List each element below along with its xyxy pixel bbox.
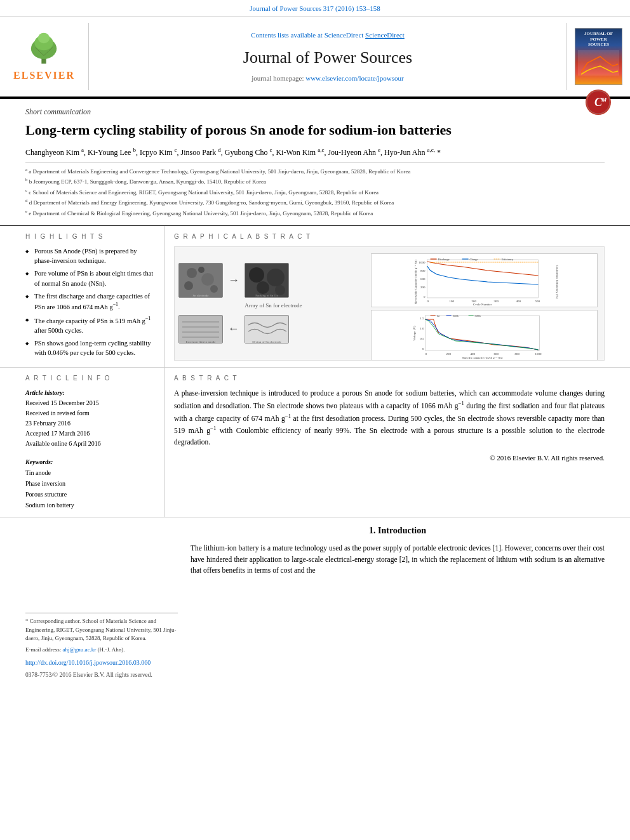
- highlight-item-2: Pore volume of PSn is about eight times …: [25, 269, 156, 289]
- highlights-list: Porous Sn Anode (PSn) is prepared by pha…: [25, 246, 156, 359]
- ga-label-1: Array of Sn for electrode: [245, 302, 302, 310]
- crossmark-icon: C M: [586, 90, 611, 115]
- svg-point-14: [210, 285, 218, 293]
- sem-image-1: Sn electrode: [178, 263, 223, 298]
- doi-link[interactable]: http://dx.doi.org/10.1016/j.jpowsour.201…: [25, 659, 151, 666]
- keyword-1: Tin anode: [25, 467, 156, 478]
- article-title: Long-term cycling stability of porous Sn…: [25, 121, 521, 140]
- svg-point-3: [38, 32, 50, 43]
- graphical-abstract-heading: G R A P H I C A L A B S T R A C T: [174, 232, 605, 241]
- affiliation-b: b b Jeomyoung ECP, 637-1, Sungggok-dong,…: [25, 177, 605, 186]
- intro-right-column: 1. Introduction The lithium-ion battery …: [191, 524, 605, 679]
- elsevier-brand-text: ELSEVIER: [13, 69, 75, 83]
- highlight-item-4: The charge capacity of PSn is 519 mAh g−…: [25, 315, 156, 336]
- affiliation-d: d d Department of Materials and Energy E…: [25, 197, 605, 207]
- svg-text:100th: 100th: [452, 314, 458, 317]
- revised-label: Received in revised form: [25, 408, 156, 418]
- sem-image-4: Drying of Sn electrode: [245, 315, 289, 343]
- abstract-text: A phase-inversion technique is introduce…: [174, 388, 605, 448]
- introduction-section: * Corresponding author. School of Materi…: [0, 517, 630, 686]
- svg-point-11: [187, 268, 197, 278]
- cycle-chart-svg: Reversible Capacity (mAh g⁻¹ Sn) 0 200 6…: [374, 257, 594, 305]
- cover-text: JOURNAL OFPOWERSOURCES: [584, 31, 613, 47]
- abstract-heading: A B S T R A C T: [174, 374, 605, 383]
- revised-date: 23 February 2016: [25, 418, 156, 429]
- article-header: Short communication Long-term cycling st…: [0, 98, 630, 217]
- keyword-4: Sodium ion battery: [25, 500, 156, 510]
- svg-text:300: 300: [493, 300, 499, 303]
- svg-text:Inversion film to anode: Inversion film to anode: [186, 340, 217, 343]
- svg-rect-32: [427, 260, 538, 298]
- journal-citation-text: Journal of Power Sources 317 (2016) 153–…: [250, 4, 380, 12]
- journal-title-section: Contents lists available at ScienceDirec…: [89, 23, 566, 90]
- svg-text:M: M: [601, 97, 607, 103]
- authors-line: Changhyeon Kim a, Ki-Young Lee b, Icpyo …: [25, 146, 605, 158]
- svg-text:500: 500: [535, 300, 540, 303]
- affiliation-a: a a Department of Materials Engineering …: [25, 166, 605, 176]
- svg-text:Reversible Capacity (mAh g⁻¹ S: Reversible Capacity (mAh g⁻¹ Sn): [413, 259, 417, 303]
- svg-text:800: 800: [420, 269, 426, 272]
- highlight-item-5: PSn shows good long-term cycling stabili…: [25, 338, 156, 359]
- ga-charts: Reversible Capacity (mAh g⁻¹ Sn) 0 200 6…: [368, 251, 600, 356]
- journal-cover-section: JOURNAL OFPOWERSOURCES: [566, 23, 630, 90]
- voltage-chart: 0 0.5 1.0 1.5 0 200 400 600 800 1000 Spe…: [371, 310, 598, 361]
- corresponding-author: * Corresponding author. School of Materi…: [25, 617, 178, 643]
- svg-text:Charge: Charge: [469, 258, 478, 261]
- homepage-url[interactable]: www.elsevier.com/locate/jpowsour: [305, 74, 403, 82]
- svg-text:Sn electrode: Sn electrode: [193, 294, 210, 297]
- cover-chart: [578, 50, 619, 76]
- sciencedirect-link[interactable]: Contents lists available at ScienceDirec…: [251, 30, 405, 40]
- article-history-block: Article history: Received 15 December 20…: [25, 388, 156, 449]
- svg-point-19: [267, 269, 285, 286]
- svg-text:1000: 1000: [535, 352, 542, 356]
- ga-arrow-1: →: [225, 272, 242, 288]
- sem-image-3: Inversion film to anode: [178, 315, 223, 343]
- received-date: Received 15 December 2015: [25, 398, 156, 408]
- keywords-block: Keywords: Tin anode Phase inversion Poro…: [25, 457, 156, 510]
- affiliation-e: e e Department of Chemical & Biological …: [25, 208, 605, 218]
- keywords-label: Keywords:: [25, 457, 156, 467]
- highlights-graphical-section: H I G H L I G H T S Porous Sn Anode (PSn…: [0, 225, 630, 368]
- svg-text:Efficiency: Efficiency: [501, 258, 513, 261]
- available-date: Available online 6 April 2016: [25, 439, 156, 449]
- article-type: Short communication: [25, 107, 605, 117]
- affiliations-block: a a Department of Materials Engineering …: [25, 162, 605, 218]
- intro-left-column: * Corresponding author. School of Materi…: [25, 524, 191, 679]
- graphical-abstract-column: G R A P H I C A L A B S T R A C T: [165, 226, 630, 368]
- introduction-paragraph: The lithium-ion battery is a mature tech…: [191, 543, 605, 577]
- elsevier-logo: ELSEVIER: [13, 31, 75, 83]
- issn-line: 0378-7753/© 2016 Elsevier B.V. All right…: [25, 670, 178, 679]
- elsevier-logo-section: ELSEVIER: [0, 23, 89, 90]
- svg-text:0: 0: [427, 300, 429, 303]
- svg-point-15: [198, 267, 204, 273]
- sem-image-2: Packing of Sn Ox: [245, 263, 289, 298]
- article-info-abstract-section: A R T I C L E I N F O Article history: R…: [0, 367, 630, 517]
- svg-text:0: 0: [424, 295, 426, 298]
- svg-text:Coulombic Efficiency (%): Coulombic Efficiency (%): [555, 265, 558, 298]
- accepted-date: Accepted 17 March 2016: [25, 429, 156, 439]
- history-label: Article history:: [25, 388, 156, 398]
- intro-layout: * Corresponding author. School of Materi…: [25, 524, 605, 679]
- ga-arrow-2: →: [225, 321, 242, 337]
- svg-rect-52: [425, 316, 539, 350]
- ga-container: Sn electrode →: [175, 247, 604, 360]
- elsevier-tree-icon: [18, 31, 69, 66]
- voltage-chart-svg: 0 0.5 1.0 1.5 0 200 400 600 800 1000 Spe…: [374, 313, 594, 359]
- svg-point-18: [249, 267, 264, 283]
- svg-text:Drying of Sn electrode: Drying of Sn electrode: [252, 340, 281, 343]
- journal-citation: Journal of Power Sources 317 (2016) 153–…: [0, 0, 630, 17]
- svg-text:1.0: 1.0: [420, 327, 424, 330]
- svg-text:Discharge: Discharge: [438, 258, 449, 261]
- introduction-heading: 1. Introduction: [191, 524, 605, 538]
- svg-text:0: 0: [422, 347, 424, 350]
- svg-text:100: 100: [449, 300, 454, 303]
- svg-text:Cycle Number: Cycle Number: [473, 303, 492, 305]
- svg-text:500th: 500th: [474, 314, 480, 317]
- abstract-column: A B S T R A C T A phase-inversion techni…: [165, 368, 630, 517]
- svg-text:600: 600: [420, 277, 426, 281]
- cycle-chart: Reversible Capacity (mAh g⁻¹ Sn) 0 200 6…: [371, 253, 598, 307]
- email-link[interactable]: ahj@gnu.ac.kr: [62, 646, 96, 653]
- crossmark-badge[interactable]: C M: [586, 90, 611, 115]
- highlights-column: H I G H L I G H T S Porous Sn Anode (PSn…: [0, 226, 165, 368]
- sciencedirect-link-text[interactable]: ScienceDirect: [365, 31, 405, 39]
